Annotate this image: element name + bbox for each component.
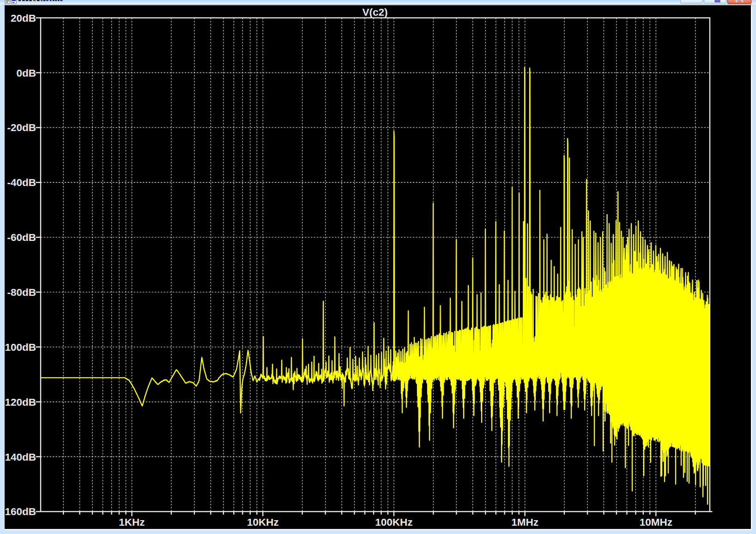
svg-text:10KHz: 10KHz xyxy=(247,516,279,528)
svg-text:100KHz: 100KHz xyxy=(375,516,412,528)
svg-text:-20dB: -20dB xyxy=(7,122,36,133)
svg-text:V(c2): V(c2) xyxy=(362,6,387,18)
svg-text:-40dB: -40dB xyxy=(7,177,36,188)
svg-text:-140dB: -140dB xyxy=(1,451,36,463)
svg-text:1MHz: 1MHz xyxy=(511,516,538,528)
svg-text:20dB: 20dB xyxy=(11,12,36,24)
svg-text:-80dB: -80dB xyxy=(7,287,36,298)
svg-text:-100dB: -100dB xyxy=(1,342,36,353)
svg-text:-60dB: -60dB xyxy=(7,232,36,243)
svg-text:-160dB: -160dB xyxy=(1,506,36,517)
svg-text:1KHz: 1KHz xyxy=(119,516,145,528)
svg-text:-120dB: -120dB xyxy=(1,396,36,408)
svg-text:10MHz: 10MHz xyxy=(640,516,672,528)
svg-text:0dB: 0dB xyxy=(16,67,36,79)
